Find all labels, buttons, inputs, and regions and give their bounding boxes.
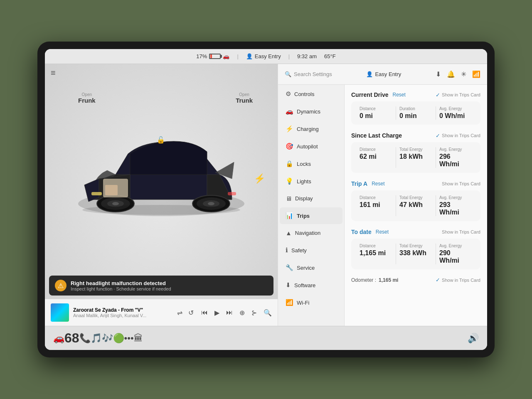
current-drive-section: Current Drive Reset ✓ Show in Trips Card… xyxy=(351,91,480,125)
td-distance: Distance 1,165 mi xyxy=(356,244,396,264)
repeat-icon[interactable]: ↺ xyxy=(188,309,194,317)
add-button[interactable]: ⊕ xyxy=(239,309,245,317)
car-view: Open Frunk Open Trunk 🔓 xyxy=(45,82,278,276)
ta-avg-energy: Avg. Energy 293 Wh/mi xyxy=(436,195,475,216)
equalizer-icon[interactable]: ⊱ xyxy=(251,309,257,317)
music-controls[interactable]: ⇌ ↺ xyxy=(177,309,194,317)
sidebar-item-safety[interactable]: ℹ Safety xyxy=(280,242,342,259)
play-button[interactable]: ▶ xyxy=(214,309,219,317)
sidebar-item-locks[interactable]: 🔒 Locks xyxy=(280,155,342,172)
prev-button[interactable]: ⏮ xyxy=(201,309,208,316)
current-drive-reset[interactable]: Reset xyxy=(392,92,405,98)
shuffle-icon[interactable]: ⇌ xyxy=(177,309,182,317)
service-icon: 🔧 xyxy=(286,264,293,271)
current-drive-title: Current Drive xyxy=(351,91,388,98)
car-nav-icon[interactable]: 🚗 xyxy=(53,333,64,344)
current-drive-stats: Distance 0 mi Duration 0 min Avg. Energy… xyxy=(351,101,480,125)
status-temp: 65°F xyxy=(324,53,336,59)
current-drive-show-trips: ✓ Show in Trips Card xyxy=(436,92,480,98)
current-drive-header: Current Drive Reset ✓ Show in Trips Card xyxy=(351,91,480,98)
to-date-stats: Distance 1,165 mi Total Energy 338 kWh A… xyxy=(351,239,480,269)
screen: 17% 🚗 | 👤 Easy Entry | 9:32 am 65°F xyxy=(45,49,487,350)
sidebar-item-controls[interactable]: ⚙ Controls xyxy=(280,86,342,102)
song-title: Zaroorat Se Zyada - From "V" xyxy=(73,307,173,313)
navigation-label: Navigation xyxy=(295,230,320,236)
search-music-icon[interactable]: 🔍 xyxy=(264,309,272,317)
sidebar-item-display[interactable]: 🖥 Display xyxy=(280,190,342,207)
sidebar-item-wifi[interactable]: 📶 Wi-Fi xyxy=(280,294,342,311)
lock-icon-car: 🔓 xyxy=(157,136,165,144)
trip-a-reset[interactable]: Reset xyxy=(372,181,384,187)
volume-icon[interactable]: 🔊 xyxy=(468,333,479,344)
menu-icon[interactable]: ≡ xyxy=(51,68,56,78)
charging-label: Charging xyxy=(297,126,319,132)
lights-icon: 💡 xyxy=(286,177,293,185)
sidebar-item-dynamics[interactable]: 🚗 Dynamics xyxy=(280,103,342,120)
bluetooth-icon[interactable]: ✳ xyxy=(461,70,466,78)
right-panel: 🔍 Search Settings 👤 Easy Entry ⬇ 🔔 ✳ 📶 xyxy=(278,64,487,326)
sidebar-item-navigation[interactable]: ▲ Navigation xyxy=(280,225,342,241)
charging-icon: ⚡ xyxy=(286,125,293,133)
camera-icon[interactable]: 🎶 xyxy=(102,333,113,344)
trip-a-header: Trip A Reset Show in Trips Card xyxy=(351,180,480,187)
since-last-charge-stats: Distance 62 mi Total Energy 18 kWh Avg. … xyxy=(351,142,480,173)
sidebar-item-service[interactable]: 🔧 Service xyxy=(280,259,342,276)
download-icon[interactable]: ⬇ xyxy=(436,70,441,78)
next-button[interactable]: ⏭ xyxy=(226,309,233,316)
main-content: ≡ Open Frunk Open Trunk 🔓 xyxy=(45,64,487,326)
playback-controls[interactable]: ⏮ ▶ ⏭ ⊕ ⊱ 🔍 xyxy=(201,309,272,317)
right-content: ⚙ Controls 🚗 Dynamics ⚡ Charging 🎯 xyxy=(278,85,487,326)
parking-icon[interactable]: 🏛 xyxy=(134,333,143,344)
left-panel: ≡ Open Frunk Open Trunk 🔓 xyxy=(45,64,278,326)
signal-icon[interactable]: 📶 xyxy=(472,70,480,78)
software-icon: ⬇ xyxy=(286,281,291,289)
stat-avg-energy: Avg. Energy 0 Wh/mi xyxy=(436,106,475,120)
trip-a-title: Trip A xyxy=(351,180,367,187)
music-player: Zaroorat Se Zyada - From "V" Anaal Malli… xyxy=(45,299,278,326)
slc-distance: Distance 62 mi xyxy=(356,147,396,168)
sidebar-item-lights[interactable]: 💡 Lights xyxy=(280,173,342,190)
td-avg-energy: Avg. Energy 290 Wh/mi xyxy=(436,244,475,264)
speed-display: 68 xyxy=(64,330,79,346)
settings-sidebar: ⚙ Controls 🚗 Dynamics ⚡ Charging 🎯 xyxy=(278,85,345,326)
tablet-bezel: 17% 🚗 | 👤 Easy Entry | 9:32 am 65°F xyxy=(37,42,495,357)
wifi-icon: 📶 xyxy=(286,299,293,306)
svg-rect-12 xyxy=(228,192,236,195)
right-header: 🔍 Search Settings 👤 Easy Entry ⬇ 🔔 ✳ 📶 xyxy=(278,64,487,85)
to-date-reset[interactable]: Reset xyxy=(376,229,389,235)
svg-rect-11 xyxy=(91,192,102,195)
profile-name: Easy Entry xyxy=(375,71,401,77)
bottom-bar: 🚗 68 📞 🎵 🎶 🟢 ••• 🏛 🔊 xyxy=(45,326,487,350)
dynamics-icon: 🚗 xyxy=(286,108,293,115)
locks-icon: 🔒 xyxy=(286,160,293,167)
display-label: Display xyxy=(295,195,313,202)
trip-a-show-trips: Show in Trips Card xyxy=(442,181,480,186)
sidebar-item-charging[interactable]: ⚡ Charging xyxy=(280,121,342,137)
service-label: Service xyxy=(297,265,315,271)
trip-a-section: Trip A Reset Show in Trips Card Distance… xyxy=(351,180,480,221)
autopilot-label: Autopilot xyxy=(297,143,318,150)
battery-percentage: 17% xyxy=(196,53,207,59)
nav-icon[interactable]: 🎵 xyxy=(91,333,102,344)
svg-point-13 xyxy=(82,205,240,215)
to-date-header: To date Reset Show in Trips Card xyxy=(351,229,480,235)
spotify-icon[interactable]: 🟢 xyxy=(113,333,124,344)
to-date-title: To date xyxy=(351,229,372,235)
sidebar-item-trips[interactable]: 📊 Trips xyxy=(280,207,342,224)
trips-icon: 📊 xyxy=(286,212,293,219)
sidebar-item-autopilot[interactable]: 🎯 Autopilot xyxy=(280,138,342,155)
since-last-charge-header: Since Last Charge ✓ Show in Trips Card xyxy=(351,132,480,139)
bell-icon[interactable]: 🔔 xyxy=(447,70,455,78)
more-icon[interactable]: ••• xyxy=(124,333,134,344)
since-last-charge-section: Since Last Charge ✓ Show in Trips Card D… xyxy=(351,132,480,173)
search-bar[interactable]: 🔍 Search Settings xyxy=(285,71,332,77)
trips-label: Trips xyxy=(297,213,310,219)
phone-icon[interactable]: 📞 xyxy=(79,333,91,344)
odometer-show-trips: ✓ Show in Trips Card xyxy=(436,277,480,283)
svg-point-4 xyxy=(112,202,119,205)
left-panel-header: ≡ xyxy=(45,64,278,82)
battery-fill xyxy=(210,54,212,58)
sidebar-item-software[interactable]: ⬇ Software xyxy=(280,277,342,293)
profile-icon: 👤 xyxy=(366,71,373,77)
slc-avg-energy: Avg. Energy 296 Wh/mi xyxy=(436,147,475,168)
